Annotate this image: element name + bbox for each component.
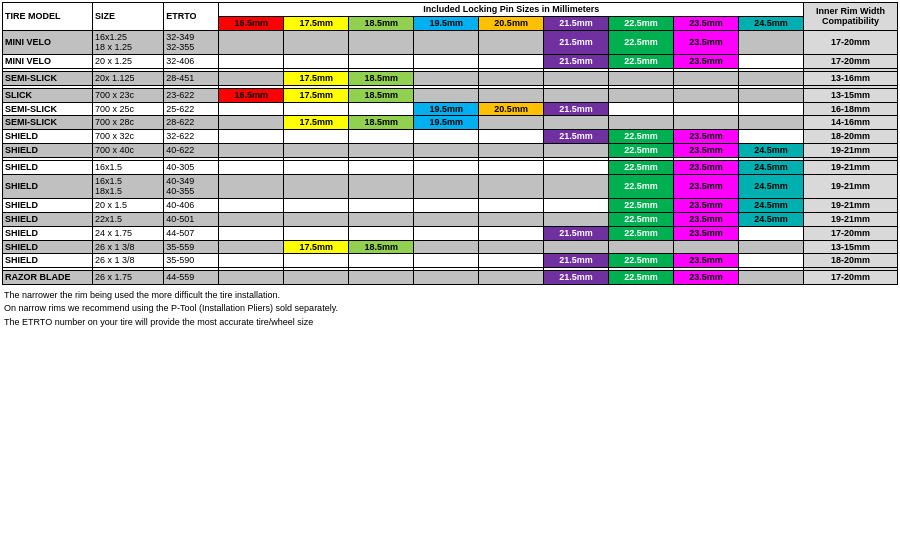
cell-pin-0	[219, 226, 284, 240]
cell-pin-6: 22.5mm	[609, 199, 674, 213]
cell-model: RAZOR BLADE	[3, 271, 93, 285]
cell-model: SHIELD	[3, 212, 93, 226]
cell-pin-0	[219, 102, 284, 116]
cell-pin-0: 16.5mm	[219, 88, 284, 102]
cell-pin-6: 22.5mm	[609, 226, 674, 240]
cell-pin-1: 17.5mm	[284, 71, 349, 85]
cell-pin-8	[739, 55, 804, 69]
cell-pin-1	[284, 199, 349, 213]
table-row: SEMI-SLICK700 x 28c28-62217.5mm18.5mm19.…	[3, 116, 898, 130]
cell-pin-0	[219, 212, 284, 226]
cell-compat: 13-15mm	[804, 240, 898, 254]
cell-pin-7: 23.5mm	[674, 143, 739, 157]
main-container: TIRE MODEL SIZE ETRTO Included Locking P…	[0, 0, 900, 331]
cell-model: SHIELD	[3, 130, 93, 144]
cell-pin-5: 21.5mm	[544, 30, 609, 55]
table-row: SHIELD24 x 1.7544-50721.5mm22.5mm23.5mm1…	[3, 226, 898, 240]
cell-pin-4	[479, 88, 544, 102]
cell-model: SHIELD	[3, 143, 93, 157]
cell-etrto: 23-622	[164, 88, 219, 102]
cell-pin-8	[739, 30, 804, 55]
cell-pin-2	[349, 174, 414, 199]
cell-pin-4	[479, 254, 544, 268]
cell-compat: 17-20mm	[804, 226, 898, 240]
cell-etrto: 35-590	[164, 254, 219, 268]
cell-etrto: 32-349 32-355	[164, 30, 219, 55]
cell-etrto: 44-507	[164, 226, 219, 240]
table-row: MINI VELO16x1.25 18 x 1.2532-349 32-3552…	[3, 30, 898, 55]
col-header-pins: Included Locking Pin Sizes in Millimeter…	[219, 3, 804, 17]
cell-pin-7	[674, 240, 739, 254]
cell-pin-5: 21.5mm	[544, 130, 609, 144]
cell-model: SEMI-SLICK	[3, 71, 93, 85]
cell-model: SEMI-SLICK	[3, 102, 93, 116]
cell-size: 700 x 23c	[92, 88, 163, 102]
table-row: SHIELD26 x 1 3/835-59021.5mm22.5mm23.5mm…	[3, 254, 898, 268]
cell-pin-0	[219, 199, 284, 213]
cell-pin-1: 17.5mm	[284, 88, 349, 102]
cell-pin-2	[349, 130, 414, 144]
cell-pin-3	[414, 212, 479, 226]
cell-pin-6: 22.5mm	[609, 254, 674, 268]
cell-pin-1	[284, 254, 349, 268]
cell-etrto: 25-622	[164, 102, 219, 116]
table-row: SHIELD700 x 40c40-62222.5mm23.5mm24.5mm1…	[3, 143, 898, 157]
cell-pin-1	[284, 102, 349, 116]
cell-pin-5: 21.5mm	[544, 55, 609, 69]
cell-pin-2	[349, 199, 414, 213]
cell-pin-5	[544, 240, 609, 254]
cell-pin-2: 18.5mm	[349, 240, 414, 254]
col-header-etrto: ETRTO	[164, 3, 219, 31]
cell-pin-8	[739, 116, 804, 130]
cell-etrto: 44-559	[164, 271, 219, 285]
cell-pin-0	[219, 160, 284, 174]
cell-pin-2	[349, 160, 414, 174]
cell-pin-5	[544, 212, 609, 226]
cell-pin-4	[479, 271, 544, 285]
cell-pin-7: 23.5mm	[674, 212, 739, 226]
cell-pin-5	[544, 143, 609, 157]
cell-compat: 18-20mm	[804, 130, 898, 144]
cell-compat: 17-20mm	[804, 271, 898, 285]
cell-compat: 17-20mm	[804, 55, 898, 69]
cell-pin-1	[284, 55, 349, 69]
cell-pin-5	[544, 88, 609, 102]
cell-etrto: 40-406	[164, 199, 219, 213]
cell-model: SHIELD	[3, 240, 93, 254]
cell-compat: 13-15mm	[804, 88, 898, 102]
cell-pin-5	[544, 174, 609, 199]
cell-model: SHIELD	[3, 174, 93, 199]
cell-pin-2	[349, 30, 414, 55]
cell-size: 16x1.5 18x1.5	[92, 174, 163, 199]
cell-pin-3	[414, 174, 479, 199]
cell-size: 700 x 40c	[92, 143, 163, 157]
cell-pin-5	[544, 199, 609, 213]
cell-pin-0	[219, 30, 284, 55]
table-row: SHIELD26 x 1 3/835-55917.5mm18.5mm13-15m…	[3, 240, 898, 254]
cell-pin-5: 21.5mm	[544, 226, 609, 240]
cell-pin-4	[479, 199, 544, 213]
cell-pin-4	[479, 130, 544, 144]
pin-header-175: 17.5mm	[284, 16, 349, 30]
cell-pin-6: 22.5mm	[609, 174, 674, 199]
cell-pin-0	[219, 116, 284, 130]
footer-line-3: The ETRTO number on your tire will provi…	[4, 316, 898, 330]
table-row: SHIELD20 x 1.540-40622.5mm23.5mm24.5mm19…	[3, 199, 898, 213]
cell-pin-0	[219, 174, 284, 199]
cell-pin-8	[739, 254, 804, 268]
cell-pin-2	[349, 226, 414, 240]
cell-size: 24 x 1.75	[92, 226, 163, 240]
cell-size: 700 x 25c	[92, 102, 163, 116]
cell-pin-8	[739, 240, 804, 254]
cell-pin-4	[479, 30, 544, 55]
cell-pin-2: 18.5mm	[349, 88, 414, 102]
cell-pin-3	[414, 240, 479, 254]
cell-pin-7	[674, 88, 739, 102]
cell-pin-6	[609, 240, 674, 254]
cell-size: 26 x 1 3/8	[92, 240, 163, 254]
cell-pin-8: 24.5mm	[739, 160, 804, 174]
cell-etrto: 40-501	[164, 212, 219, 226]
pin-header-225: 22.5mm	[609, 16, 674, 30]
table-row: SHIELD16x1.540-30522.5mm23.5mm24.5mm19-2…	[3, 160, 898, 174]
cell-model: SLICK	[3, 88, 93, 102]
